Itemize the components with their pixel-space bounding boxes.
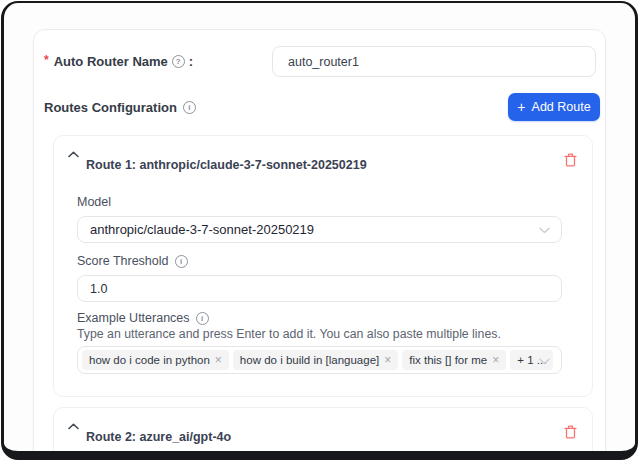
remove-tag-icon[interactable]: × <box>492 354 499 366</box>
collapse-arrow-icon[interactable] <box>68 151 79 158</box>
window-frame: * Auto Router Name ? : Routes Configurat… <box>1 1 638 460</box>
help-icon[interactable]: ? <box>172 55 185 68</box>
auto-router-name-input[interactable] <box>272 46 596 77</box>
route-1-title: Route 1: anthropic/claude-3-7-sonnet-202… <box>86 158 367 172</box>
remove-tag-icon[interactable]: × <box>384 354 391 366</box>
auto-router-name-label: * Auto Router Name ? : <box>44 46 193 77</box>
auto-router-name-label-text: Auto Router Name <box>54 54 168 69</box>
route-2-header[interactable]: Route 2: azure_ai/gpt-4o <box>54 408 592 454</box>
chevron-down-icon <box>539 358 550 365</box>
model-label-text: Model <box>77 195 111 209</box>
route-2-panel: Route 2: azure_ai/gpt-4o <box>53 407 593 460</box>
score-threshold-input[interactable] <box>77 275 562 302</box>
add-route-button-label: Add Route <box>532 100 591 114</box>
info-icon[interactable]: i <box>196 312 209 325</box>
utterance-tag: how do i code in python × <box>82 350 229 370</box>
trash-icon <box>564 153 577 167</box>
utterance-tag-text: fix this [] for me <box>409 354 487 366</box>
info-icon[interactable]: i <box>183 101 196 114</box>
utterances-hint-text: Type an utterance and press Enter to add… <box>77 327 501 341</box>
route-1-header[interactable]: Route 1: anthropic/claude-3-7-sonnet-202… <box>54 136 592 182</box>
info-icon-glyph: i <box>201 314 203 323</box>
label-colon: : <box>189 54 193 69</box>
model-label: Model <box>77 194 111 210</box>
route-1-panel: Route 1: anthropic/claude-3-7-sonnet-202… <box>53 135 593 397</box>
info-icon[interactable]: i <box>175 255 188 268</box>
example-utterances-label-text: Example Utterances <box>77 311 190 325</box>
auto-router-form-card: * Auto Router Name ? : Routes Configurat… <box>33 29 606 460</box>
plus-icon: + <box>517 100 525 114</box>
required-asterisk: * <box>44 53 49 67</box>
utterance-tag-text: how do i build in [language] <box>240 354 379 366</box>
delete-route-1-button[interactable] <box>562 152 578 168</box>
utterance-tag: fix this [] for me × <box>402 350 506 370</box>
collapse-arrow-icon[interactable] <box>68 423 79 430</box>
delete-route-2-button[interactable] <box>562 424 578 440</box>
utterance-tag-text: how do i code in python <box>89 354 210 366</box>
example-utterances-label: Example Utterances i <box>77 310 209 326</box>
score-threshold-label: Score Threshold i <box>77 253 188 269</box>
add-route-button[interactable]: + Add Route <box>508 93 600 121</box>
route-2-title: Route 2: azure_ai/gpt-4o <box>86 430 231 444</box>
trash-icon <box>564 425 577 439</box>
help-icon-glyph: ? <box>176 57 181 66</box>
utterance-tag: how do i build in [language] × <box>233 350 398 370</box>
remove-tag-icon[interactable]: × <box>215 354 222 366</box>
info-icon-glyph: i <box>180 257 182 266</box>
routes-configuration-label-text: Routes Configuration <box>44 100 177 115</box>
model-select-value: anthropic/claude-3-7-sonnet-20250219 <box>90 222 314 237</box>
routes-configuration-label: Routes Configuration i <box>44 93 196 121</box>
chevron-down-icon <box>539 227 550 234</box>
score-threshold-label-text: Score Threshold <box>77 254 169 268</box>
utterances-tag-input[interactable]: how do i code in python × how do i build… <box>77 346 562 374</box>
screenshot-canvas: * Auto Router Name ? : Routes Configurat… <box>0 0 640 462</box>
model-select[interactable]: anthropic/claude-3-7-sonnet-20250219 <box>77 216 562 243</box>
info-icon-glyph: i <box>188 103 190 112</box>
